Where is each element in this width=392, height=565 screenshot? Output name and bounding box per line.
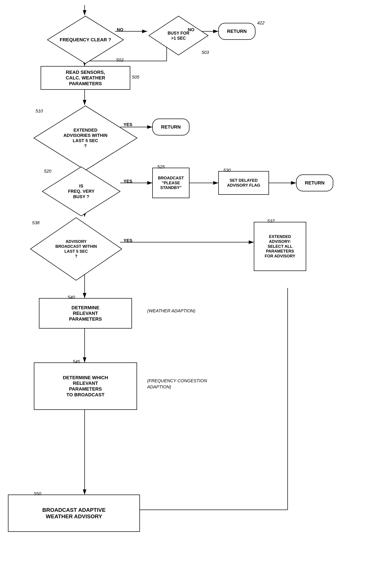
determine-relevant-label: DETERMINERELEVANTPARAMETERS	[69, 305, 102, 322]
freq-very-busy-diamond: ISFREQ. VERYBUSY ? 520	[41, 166, 122, 217]
determine-relevant-rect: DETERMINERELEVANTPARAMETERS	[39, 298, 132, 328]
return-right: RETURN	[296, 175, 333, 191]
extended-advisory-label: EXTENDEDADVISORY:SELECT ALLPARAMETERSFOR…	[265, 234, 295, 259]
return-mid: RETURN	[152, 119, 189, 135]
no-label-2: NO	[188, 27, 194, 32]
ref-502: 502	[116, 58, 124, 63]
read-sensors-rect: READ SENSORS,CALC. WEATHERPARAMETERS	[41, 66, 130, 90]
yes-label-1: YES	[124, 122, 132, 127]
extended-advisories-diamond: EXTENDEDADVISORIES WITHINLAST 5 SEC? 510	[32, 105, 139, 171]
ref-530: 530	[223, 168, 231, 173]
return-top: RETURN	[218, 23, 255, 40]
ref-537: 537	[267, 219, 275, 224]
frequency-congestion-label: (FREQUENCY CONGESTIONADAPTION)	[147, 378, 207, 390]
ref-422: 422	[257, 20, 265, 26]
ref-540: 540	[68, 295, 75, 300]
yes-label-advisory: YES	[124, 238, 132, 243]
extended-advisory-rect: EXTENDEDADVISORY:SELECT ALLPARAMETERSFOR…	[254, 222, 306, 271]
busy-for-diamond: BUSY FOR>1 SEC 503	[147, 15, 210, 56]
ref-520: 520	[44, 168, 51, 174]
broadcast-please-standby-label: BROADCAST"PLEASESTANDBY"	[158, 176, 184, 190]
ref-550: 550	[34, 491, 41, 496]
determine-which-rect: DETERMINE WHICHRELEVANTPARAMETERSTO BROA…	[34, 362, 137, 410]
broadcast-adaptive-rect: BROADCAST ADAPTIVEWEATHER ADVISORY	[8, 494, 140, 532]
set-delayed-rect: SET DELAYEDADVISORY FLAG	[218, 171, 269, 195]
return-mid-label: RETURN	[161, 124, 181, 130]
no-label-1: NO	[117, 27, 123, 32]
return-top-label: RETURN	[227, 29, 247, 34]
busy-for-label: BUSY FOR>1 SEC	[168, 30, 189, 41]
ref-525: 525	[157, 164, 165, 170]
frequency-clear-diamond: FREQUENCY CLEAR ? 502	[46, 15, 125, 64]
ref-510: 510	[36, 108, 43, 114]
ref-503: 503	[202, 50, 209, 55]
broadcast-please-standby-rect: BROADCAST"PLEASESTANDBY"	[152, 168, 189, 198]
yes-label-freq: YES	[124, 179, 132, 184]
determine-which-label: DETERMINE WHICHRELEVANTPARAMETERSTO BROA…	[63, 375, 108, 398]
extended-advisories-label: EXTENDEDADVISORIES WITHINLAST 5 SEC?	[63, 128, 107, 149]
flowchart-diagram: FREQUENCY CLEAR ? 502 NO BUSY FOR>1 SEC …	[0, 0, 392, 565]
frequency-clear-label: FREQUENCY CLEAR ?	[60, 37, 111, 43]
ref-545: 545	[73, 359, 80, 364]
advisory-broadcast-diamond: ADVISORYBROADCAST WITHINLAST 5 SEC? 538	[29, 217, 124, 281]
ref-538: 538	[32, 220, 39, 225]
freq-very-busy-label: ISFREQ. VERYBUSY ?	[68, 183, 95, 199]
ref-505: 505	[132, 74, 139, 80]
weather-adaption-label: (WEATHER ADAPTION)	[147, 308, 196, 313]
read-sensors-label: READ SENSORS,CALC. WEATHERPARAMETERS	[66, 69, 105, 87]
advisory-broadcast-label: ADVISORYBROADCAST WITHINLAST 5 SEC?	[55, 239, 97, 259]
set-delayed-label: SET DELAYEDADVISORY FLAG	[227, 178, 260, 188]
return-right-label: RETURN	[305, 180, 325, 186]
broadcast-adaptive-label: BROADCAST ADAPTIVEWEATHER ADVISORY	[42, 507, 106, 520]
